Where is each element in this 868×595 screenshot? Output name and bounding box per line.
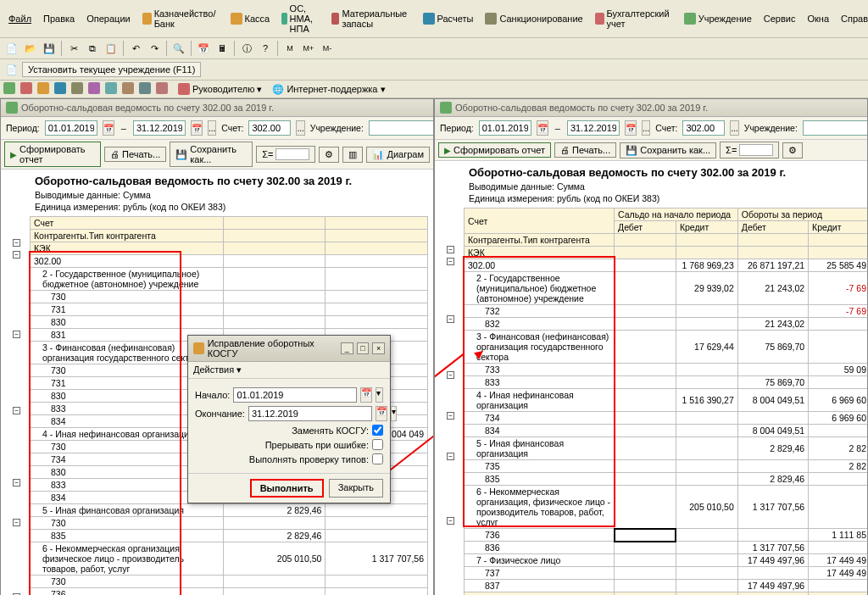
account-picker-button[interactable]: ... <box>296 120 304 136</box>
tb-save-icon[interactable]: 💾 <box>41 40 58 57</box>
tb-calendar-icon[interactable]: 📅 <box>195 40 212 57</box>
report-grid-right[interactable]: Счет Сальдо на начало периода Обороты за… <box>464 208 867 595</box>
end-date-calendar-icon[interactable]: 📅 <box>376 406 387 421</box>
table-row[interactable]: 73717 449 49 <box>465 567 868 580</box>
dialog-minimize-button[interactable]: _ <box>341 342 353 354</box>
tree-toggle[interactable]: − <box>447 517 454 525</box>
menu-os[interactable]: ОС, НМА, НПА <box>276 2 325 36</box>
account-input-r[interactable] <box>682 120 725 136</box>
table-row[interactable]: 6 - Некоммерческая организация, физическ… <box>465 486 868 529</box>
menu-bank[interactable]: Казначейство/Банк <box>137 2 224 36</box>
table-row[interactable]: 302.001 768 969,2326 871 197,2125 585 49 <box>465 259 868 272</box>
close-dialog-button[interactable]: Закрыть <box>329 479 383 498</box>
date-from-calendar-icon-r[interactable]: 📅 <box>537 120 548 136</box>
tb-r2-icon[interactable] <box>20 82 32 96</box>
table-row[interactable]: 83221 243,02 <box>465 318 868 331</box>
date-from-input-r[interactable] <box>479 120 531 136</box>
end-date-input[interactable] <box>248 406 372 421</box>
menu-windows[interactable]: Окна <box>802 2 834 36</box>
tb-r9-icon[interactable] <box>139 82 151 96</box>
menu-inst[interactable]: Учреждение <box>679 2 757 36</box>
table-row[interactable]: 4 - Иная нефинансовая организация1 516 3… <box>465 389 868 412</box>
tb-doc-icon[interactable]: 📄 <box>3 61 20 78</box>
diagram-button[interactable]: 📊 Диаграм <box>366 147 430 163</box>
menu-file[interactable]: Файл <box>3 2 36 36</box>
form-report-button-r[interactable]: ▶Сформировать отчет <box>438 142 551 158</box>
manager-dropdown[interactable]: Руководителю ▾ <box>178 83 262 95</box>
table-row[interactable]: 83375 869,70 <box>465 376 868 389</box>
tb-calc-icon[interactable]: 🖩 <box>214 40 231 57</box>
menu-buh[interactable]: Бухгалтерский учет <box>590 2 677 36</box>
date-to-calendar-icon-r[interactable]: 📅 <box>625 120 637 136</box>
tb-m-icon[interactable]: M <box>281 40 298 57</box>
panel-icon[interactable]: ▥ <box>342 147 363 163</box>
tb-copy-icon[interactable]: ⧉ <box>84 40 101 57</box>
tree-toggle[interactable]: − <box>13 479 20 487</box>
tree-toggle[interactable]: − <box>447 371 454 379</box>
table-row[interactable]: 731 <box>31 303 428 316</box>
date-to-input-r[interactable] <box>567 120 620 136</box>
tb-info-icon[interactable]: ⓘ <box>238 40 255 57</box>
table-row[interactable]: 730 <box>31 517 428 530</box>
tree-toggle[interactable]: − <box>447 315 454 323</box>
table-row[interactable]: 5 - Иная финансовая организация2 829,462… <box>465 437 868 460</box>
tree-toggle[interactable]: − <box>447 246 454 253</box>
table-row[interactable]: 73359 09 <box>465 364 868 376</box>
tree-toggle[interactable]: − <box>13 239 20 247</box>
replace-kosgu-checkbox[interactable] <box>372 425 383 436</box>
table-row[interactable]: 2 - Государственное (муниципальное) бюдж… <box>31 268 428 291</box>
table-row[interactable]: 8361 317 707,56 <box>465 542 868 554</box>
tb-new-icon[interactable]: 📄 <box>3 40 20 57</box>
tree-toggle[interactable]: − <box>13 519 20 526</box>
tree-toggle[interactable]: − <box>13 407 20 414</box>
dialog-actions-menu[interactable]: Действия ▾ <box>193 364 242 375</box>
tb-open-icon[interactable]: 📂 <box>22 40 39 57</box>
start-date-input[interactable] <box>233 387 357 403</box>
table-row[interactable]: 2 - Государственное (муниципальное) бюдж… <box>465 272 868 305</box>
break-error-checkbox[interactable] <box>372 439 383 450</box>
tb-r3-icon[interactable] <box>37 82 49 96</box>
form-report-button[interactable]: ▶Сформировать отчет <box>4 142 101 167</box>
date-to-input[interactable] <box>133 120 186 136</box>
table-row[interactable]: 7361 111 85 <box>465 529 868 542</box>
print-button-r[interactable]: 🖨 Печать... <box>554 142 616 158</box>
tb-redo-icon[interactable]: ↷ <box>146 40 163 57</box>
tree-toggle[interactable]: − <box>447 412 454 420</box>
start-date-dropdown-icon[interactable]: ▾ <box>376 387 383 403</box>
tree-toggle[interactable]: − <box>447 453 454 460</box>
menu-ops[interactable]: Операции <box>81 2 135 36</box>
start-date-calendar-icon[interactable]: 📅 <box>360 387 372 403</box>
end-date-dropdown-icon[interactable]: ▾ <box>391 406 397 421</box>
tb-cut-icon[interactable]: ✂ <box>65 40 82 57</box>
tb-r5-icon[interactable] <box>71 82 83 96</box>
tree-toggle[interactable]: − <box>13 251 20 259</box>
table-row[interactable]: 8348 004 049,51 <box>465 425 868 437</box>
tb-paste-icon[interactable]: 📋 <box>103 40 120 57</box>
tb-undo-icon[interactable]: ↶ <box>127 40 144 57</box>
save-as-button[interactable]: 💾 Сохранить как... <box>170 142 253 167</box>
set-institution-button[interactable]: Установить текущее учреждение (F11) <box>22 62 201 77</box>
date-from-calendar-icon[interactable]: 📅 <box>103 120 114 136</box>
tb-r4-icon[interactable] <box>54 82 66 96</box>
tree-toggle[interactable]: − <box>13 331 20 338</box>
tb-find-icon[interactable]: 🔍 <box>170 40 187 57</box>
print-button[interactable]: 🖨 Печать... <box>104 147 166 162</box>
period-picker-button[interactable]: ... <box>208 120 216 136</box>
table-row[interactable]: 5 - Иная финансовая организация2 829,46 <box>31 504 428 517</box>
table-row[interactable]: 7352 82 <box>465 460 868 473</box>
account-picker-button-r[interactable]: ... <box>730 120 738 136</box>
menu-mz[interactable]: Материальные запасы <box>326 2 416 36</box>
table-row[interactable]: 302.00 <box>31 255 428 268</box>
menu-sanc[interactable]: Санкционирование <box>480 2 587 36</box>
tb-r8-icon[interactable] <box>122 82 134 96</box>
menu-calc[interactable]: Расчеты <box>418 2 479 36</box>
sigma-field[interactable]: Σ= <box>256 146 315 163</box>
table-row[interactable]: 8352 829,46 <box>31 530 428 542</box>
tree-toggle[interactable]: − <box>447 258 454 265</box>
settings-icon-r[interactable]: ⚙ <box>782 142 803 158</box>
tb-help-icon[interactable]: ? <box>257 40 274 57</box>
table-row[interactable]: 83717 449 497,96 <box>465 580 868 592</box>
check-types-checkbox[interactable] <box>372 453 383 464</box>
table-row[interactable]: 3 - Финансовая (нефинансовая) организаци… <box>465 331 868 364</box>
sigma-field-r[interactable]: Σ= <box>720 142 779 158</box>
